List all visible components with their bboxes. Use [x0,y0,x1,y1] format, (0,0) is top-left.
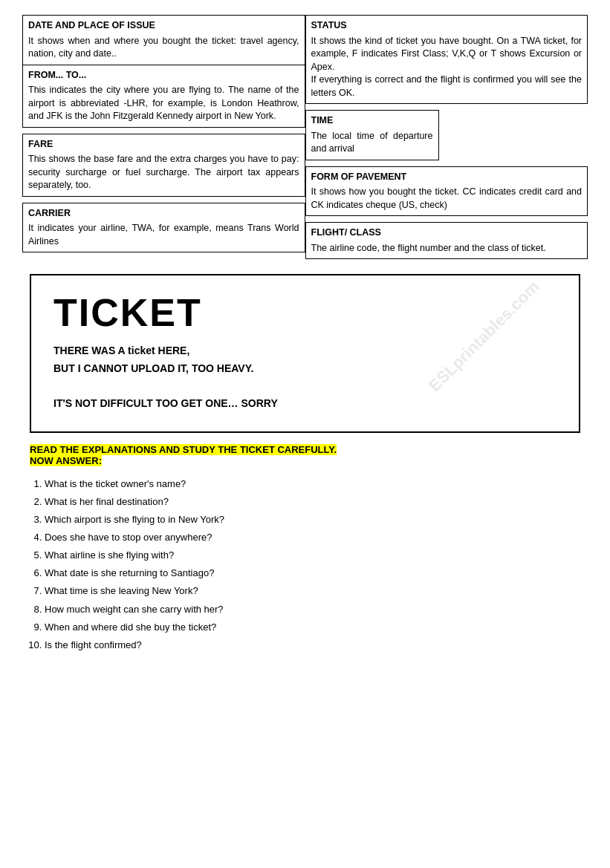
box-status: STATUS It shows the kind of ticket you h… [305,15,588,104]
box-date-place-content: It shows when and where you bought the t… [28,35,299,61]
box-from-to: FROM... TO... This indicates the city wh… [22,65,305,128]
list-item: What is her final destination? [45,493,580,511]
box-form-payment-title: FORM OF PAVEMENT [311,171,583,184]
list-item: What airline is she flying with? [45,546,580,564]
box-time-title: TIME [311,114,433,128]
box-carrier-content: It indicates your airline, TWA, for exam… [28,222,299,248]
instructions-highlighted: READ THE EXPLANATIONS AND STUDY THE TICK… [30,444,337,455]
box-carrier: CARRIER It indicates your airline, TWA, … [22,203,305,253]
instructions-answer: NOW ANSWER: [30,455,102,466]
box-form-payment-content: It shows how you bought the ticket. CC i… [311,186,583,212]
box-fare: FARE This shows the base fare and the ex… [22,134,305,197]
questions-list: What is the ticket owner's name? What is… [45,475,580,653]
ticket-title: TICKET [53,290,557,335]
box-time: TIME The local time of departure and arr… [305,110,439,160]
ticket-line2: BUT I CANNOT UPLOAD IT, TOO HEAVY. [53,360,557,378]
box-fare-title: FARE [28,138,299,151]
box-form-payment: FORM OF PAVEMENT It shows how you bought… [305,166,588,217]
box-from-to-content: This indicates the city where you are fl… [28,84,299,123]
left-column: DATE AND PLACE OF ISSUE It shows when an… [22,15,305,259]
box-from-to-title: FROM... TO... [28,69,299,82]
box-status-content: It shows the kind of ticket you have bou… [311,35,583,100]
box-time-content: The local time of departure and arrival [311,130,433,156]
top-grid: DATE AND PLACE OF ISSUE It shows when an… [22,15,588,259]
ticket-text: THERE WAS A ticket HERE, BUT I CANNOT UP… [53,342,557,413]
box-date-place: DATE AND PLACE OF ISSUE It shows when an… [22,15,305,65]
list-item: How much weight can she carry with her? [45,601,580,619]
box-status-title: STATUS [311,19,583,33]
ticket-line1: THERE WAS A ticket HERE, [53,342,557,360]
ticket-box: TICKET THERE WAS A ticket HERE, BUT I CA… [30,274,580,433]
list-item: What is the ticket owner's name? [45,475,580,493]
box-flight-class: FLIGHT/ CLASS The airline code, the flig… [305,222,588,259]
list-item: When and where did she buy the ticket? [45,619,580,636]
list-item: Does she have to stop over anywhere? [45,529,580,546]
list-item: What date is she returning to Santiago? [45,564,580,582]
list-item: Which airport is she flying to in New Yo… [45,511,580,529]
list-item: What time is she leaving New York? [45,582,580,600]
box-fare-content: This shows the base fare and the extra c… [28,153,299,192]
ticket-line3: IT'S NOT DIFFICULT TOO GET ONE… SORRY [53,395,557,413]
instructions-block: READ THE EXPLANATIONS AND STUDY THE TICK… [30,444,580,466]
list-item: Is the flight confirmed? [45,636,580,654]
questions-block: What is the ticket owner's name? What is… [30,475,580,653]
right-column: STATUS It shows the kind of ticket you h… [305,15,588,259]
box-flight-class-content: The airline code, the flight number and … [311,242,583,255]
box-flight-class-title: FLIGHT/ CLASS [311,226,583,240]
box-carrier-title: CARRIER [28,207,299,221]
box-date-place-title: DATE AND PLACE OF ISSUE [28,19,299,33]
page-wrapper: ESLprintables.com DATE AND PLACE OF ISSU… [22,15,588,654]
